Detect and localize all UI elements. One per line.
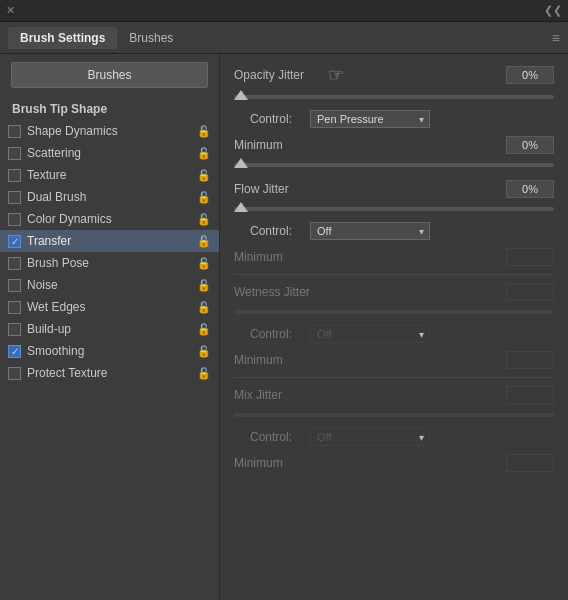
sidebar-item-shape-dynamics[interactable]: Shape Dynamics 🔓 <box>0 120 219 142</box>
flow-control-select[interactable]: Off Fade Pen Pressure Pen Tilt Stylus Wh… <box>310 222 430 240</box>
opacity-jitter-slider[interactable] <box>234 90 554 104</box>
wetness-minimum-value <box>506 351 554 369</box>
checkbox-protect-texture[interactable] <box>8 367 21 380</box>
sidebar-item-transfer[interactable]: ✓ Transfer 🔓 <box>0 230 219 252</box>
tab-brushes[interactable]: Brushes <box>117 27 185 49</box>
wetness-jitter-slider <box>234 305 554 319</box>
checkbox-noise[interactable] <box>8 279 21 292</box>
opacity-jitter-section: Opacity Jitter ☞ 0% Control: Off Fade Pe… <box>234 64 554 172</box>
sidebar-item-noise[interactable]: Noise 🔓 <box>0 274 219 296</box>
close-button[interactable]: ✕ <box>6 4 15 17</box>
opacity-jitter-row: Opacity Jitter ☞ 0% <box>234 64 554 86</box>
checkbox-wet-edges[interactable] <box>8 301 21 314</box>
lock-icon-texture[interactable]: 🔓 <box>197 169 211 182</box>
flow-jitter-section: Flow Jitter Control: Off Fade Pen Pressu… <box>234 180 554 266</box>
sidebar-label-dual-brush: Dual Brush <box>27 190 197 204</box>
wetness-control-select-wrapper: Off <box>310 325 430 343</box>
lock-icon-shape-dynamics[interactable]: 🔓 <box>197 125 211 138</box>
divider-1 <box>234 274 554 275</box>
tab-menu-icon[interactable]: ≡ <box>552 30 560 46</box>
lock-icon-smoothing[interactable]: 🔓 <box>197 345 211 358</box>
sidebar-item-texture[interactable]: Texture 🔓 <box>0 164 219 186</box>
checkbox-brush-pose[interactable] <box>8 257 21 270</box>
opacity-jitter-value[interactable]: 0% <box>506 66 554 84</box>
lock-icon-dual-brush[interactable]: 🔓 <box>197 191 211 204</box>
sidebar-item-brush-tip-shape: Brush Tip Shape <box>0 98 219 120</box>
tab-bar: Brush Settings Brushes ≡ <box>0 22 568 54</box>
flow-minimum-label: Minimum <box>234 250 324 264</box>
mix-jitter-row: Mix Jitter <box>234 386 554 404</box>
checkbox-dual-brush[interactable] <box>8 191 21 204</box>
sidebar-item-protect-texture[interactable]: Protect Texture 🔓 <box>0 362 219 384</box>
lock-icon-wet-edges[interactable]: 🔓 <box>197 301 211 314</box>
sidebar-label-brush-pose: Brush Pose <box>27 256 197 270</box>
wetness-control-row: Control: Off <box>234 325 554 343</box>
tab-brush-settings[interactable]: Brush Settings <box>8 27 117 49</box>
checkbox-scattering[interactable] <box>8 147 21 160</box>
flow-jitter-label: Flow Jitter <box>234 182 324 196</box>
sidebar-item-label: Brush Tip Shape <box>12 102 211 116</box>
opacity-control-select[interactable]: Off Fade Pen Pressure Pen Tilt Stylus Wh… <box>310 110 430 128</box>
lock-icon-build-up[interactable]: 🔓 <box>197 323 211 336</box>
flow-control-select-wrapper[interactable]: Off Fade Pen Pressure Pen Tilt Stylus Wh… <box>310 222 430 240</box>
sidebar-item-smoothing[interactable]: ✓ Smoothing 🔓 <box>0 340 219 362</box>
sidebar-item-dual-brush[interactable]: Dual Brush 🔓 <box>0 186 219 208</box>
mix-control-label: Control: <box>250 430 310 444</box>
sidebar-item-brush-pose[interactable]: Brush Pose 🔓 <box>0 252 219 274</box>
opacity-jitter-label: Opacity Jitter <box>234 68 324 82</box>
opacity-minimum-slider[interactable] <box>234 158 554 172</box>
lock-icon-color-dynamics[interactable]: 🔓 <box>197 213 211 226</box>
opacity-control-row: Control: Off Fade Pen Pressure Pen Tilt … <box>234 110 554 128</box>
mix-control-select-wrapper: Off <box>310 428 430 446</box>
opacity-jitter-track <box>234 95 554 99</box>
sidebar-label-transfer: Transfer <box>27 234 197 248</box>
mix-control-select: Off <box>310 428 430 446</box>
opacity-minimum-thumb[interactable] <box>234 158 248 168</box>
flow-jitter-thumb[interactable] <box>234 202 248 212</box>
opacity-control-label: Control: <box>250 112 310 126</box>
opacity-minimum-value[interactable] <box>506 136 554 154</box>
checkbox-color-dynamics[interactable] <box>8 213 21 226</box>
sidebar-label-shape-dynamics: Shape Dynamics <box>27 124 197 138</box>
flow-jitter-value[interactable] <box>506 180 554 198</box>
wetness-jitter-section: Wetness Jitter Control: Off Minimum <box>234 283 554 369</box>
sidebar-label-wet-edges: Wet Edges <box>27 300 197 314</box>
flow-control-row: Control: Off Fade Pen Pressure Pen Tilt … <box>234 222 554 240</box>
flow-jitter-track <box>234 207 554 211</box>
sidebar-item-wet-edges[interactable]: Wet Edges 🔓 <box>0 296 219 318</box>
sidebar-item-color-dynamics[interactable]: Color Dynamics 🔓 <box>0 208 219 230</box>
sidebar-label-smoothing: Smoothing <box>27 344 197 358</box>
checkbox-transfer[interactable]: ✓ <box>8 235 21 248</box>
checkbox-shape-dynamics[interactable] <box>8 125 21 138</box>
flow-jitter-slider[interactable] <box>234 202 554 216</box>
wetness-control-label: Control: <box>250 327 310 341</box>
wetness-minimum-label: Minimum <box>234 353 324 367</box>
flow-control-label: Control: <box>250 224 310 238</box>
hand-cursor-icon: ☞ <box>328 64 344 86</box>
lock-icon-protect-texture[interactable]: 🔓 <box>197 367 211 380</box>
wetness-jitter-track <box>234 310 554 314</box>
lock-icon-brush-pose[interactable]: 🔓 <box>197 257 211 270</box>
lock-icon-noise[interactable]: 🔓 <box>197 279 211 292</box>
sidebar-item-scattering[interactable]: Scattering 🔓 <box>0 142 219 164</box>
collapse-button[interactable]: ❮❮ <box>544 4 562 17</box>
wetness-jitter-row: Wetness Jitter <box>234 283 554 301</box>
sidebar-label-noise: Noise <box>27 278 197 292</box>
checkbox-smoothing[interactable]: ✓ <box>8 345 21 358</box>
divider-2 <box>234 377 554 378</box>
flow-jitter-row: Flow Jitter <box>234 180 554 198</box>
sidebar-item-build-up[interactable]: Build-up 🔓 <box>0 318 219 340</box>
opacity-minimum-track <box>234 163 554 167</box>
checkbox-build-up[interactable] <box>8 323 21 336</box>
sidebar-label-build-up: Build-up <box>27 322 197 336</box>
opacity-jitter-thumb[interactable] <box>234 90 248 100</box>
wetness-minimum-row: Minimum <box>234 351 554 369</box>
lock-icon-scattering[interactable]: 🔓 <box>197 147 211 160</box>
lock-icon-transfer[interactable]: 🔓 <box>197 235 211 248</box>
opacity-control-select-wrapper[interactable]: Off Fade Pen Pressure Pen Tilt Stylus Wh… <box>310 110 430 128</box>
wetness-jitter-label: Wetness Jitter <box>234 285 324 299</box>
main-layout: Brushes Brush Tip Shape Shape Dynamics 🔓… <box>0 54 568 600</box>
right-panel: Opacity Jitter ☞ 0% Control: Off Fade Pe… <box>220 54 568 600</box>
checkbox-texture[interactable] <box>8 169 21 182</box>
brushes-button[interactable]: Brushes <box>11 62 208 88</box>
